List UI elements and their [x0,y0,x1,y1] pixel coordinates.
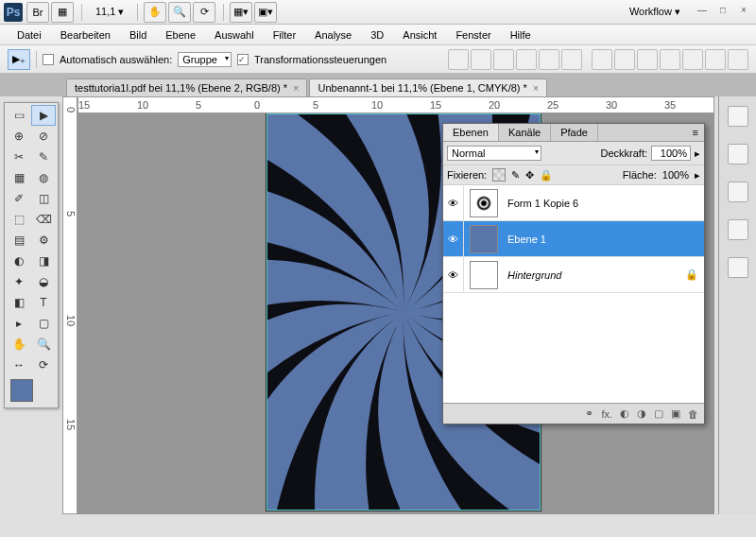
tool-4[interactable]: ✂ [7,147,31,167]
layer-fx-icon[interactable]: fx. [601,408,612,420]
document-tab[interactable]: testtutoria1l.pdf bei 11,1% (Ebene 2, RG… [66,78,307,96]
autoselect-dropdown[interactable]: Gruppe [178,52,232,67]
tool-17[interactable]: ◒ [31,271,56,292]
tool-14[interactable]: ◐ [7,251,31,271]
lock-transparency[interactable] [492,168,506,182]
lock-position[interactable]: ✥ [525,169,534,182]
tool-9[interactable]: ◫ [31,188,56,209]
tool-19[interactable]: T [31,292,56,313]
layer-row[interactable]: 👁Form 1 Kopie 6 [443,185,704,221]
distribute-3[interactable] [637,49,658,70]
dock-history-icon[interactable] [728,257,748,278]
align-top[interactable] [448,49,469,70]
tool-7[interactable]: ◍ [31,167,56,188]
tab-pfade[interactable]: Pfade [551,124,598,141]
opacity-slider-icon[interactable]: ▸ [695,147,700,160]
window-close[interactable]: × [735,5,752,20]
tool-5[interactable]: ✎ [31,147,56,167]
dock-colors-icon[interactable] [728,106,748,127]
layer-thumbnail[interactable] [470,225,498,253]
tab-close-icon[interactable]: × [533,82,539,94]
tool-10[interactable]: ⬚ [7,209,31,230]
tool-2[interactable]: ⊕ [7,126,31,147]
tool-1[interactable]: ▶ [31,105,56,126]
hand-tool-title[interactable]: ✋ [144,2,166,23]
distribute-5[interactable] [682,49,703,70]
align-bottom[interactable] [493,49,514,70]
tool-15[interactable]: ◨ [31,251,56,271]
move-tool-indicator[interactable]: ▶₊ [8,49,30,70]
adj-layer-icon[interactable]: ◑ [637,407,646,420]
ruler-vertical[interactable]: 051015 [62,96,77,514]
layer-name[interactable]: Form 1 Kopie 6 [504,198,685,209]
menu-datei[interactable]: Datei [8,26,51,43]
tool-3[interactable]: ⊘ [31,126,56,147]
menu-3d[interactable]: 3D [361,26,393,43]
document-tab[interactable]: Unbenannt-1 bei 11,1% (Ebene 1, CMYK/8) … [309,78,547,96]
tool-23[interactable]: 🔍 [31,334,56,355]
tool-21[interactable]: ▢ [31,313,56,334]
layer-thumbnail[interactable] [470,261,498,289]
ruler-horizontal[interactable]: 1510505101520253035 [77,96,714,113]
layer-mask-icon[interactable]: ◐ [620,407,629,420]
menu-filter[interactable]: Filter [264,26,305,43]
tool-0[interactable]: ▭ [7,105,31,126]
tool-8[interactable]: ✐ [7,188,31,209]
menu-ansicht[interactable]: Ansicht [393,26,446,43]
zoom-tool-title[interactable]: 🔍 [168,2,191,23]
align-left[interactable] [516,49,537,70]
tool-11[interactable]: ⌫ [31,209,56,230]
transform-checkbox[interactable] [237,54,249,65]
auto-align[interactable] [728,49,748,70]
layer-name[interactable]: Ebene 1 [504,234,685,245]
tab-close-icon[interactable]: × [293,82,299,94]
tool-18[interactable]: ◧ [7,292,31,313]
dock-styles-icon[interactable] [728,182,748,202]
tool-20[interactable]: ▸ [7,313,31,334]
layer-visibility-icon[interactable]: 👁 [443,257,464,292]
screenmode-button[interactable]: ▣▾ [254,2,277,23]
lock-pixels[interactable]: ✎ [511,169,520,182]
tool-13[interactable]: ⚙ [31,230,56,251]
tool-24[interactable]: ↔ [7,355,31,375]
arrange-button[interactable]: ▦▾ [230,2,252,23]
menu-bearbeiten[interactable]: Bearbeiten [51,26,120,43]
tool-25[interactable]: ⟳ [31,355,56,375]
tab-ebenen[interactable]: Ebenen [443,124,499,141]
menu-hilfe[interactable]: Hilfe [501,26,541,43]
layer-visibility-icon[interactable]: 👁 [443,185,464,220]
distribute-2[interactable] [614,49,635,70]
tool-12[interactable]: ▤ [7,230,31,251]
foreground-swatch[interactable] [10,379,33,402]
tab-kanaele[interactable]: Kanäle [499,124,551,141]
bridge-button[interactable]: Br [26,2,49,23]
layer-row[interactable]: 👁Ebene 1 [443,221,704,257]
delete-layer-icon[interactable]: 🗑 [688,408,698,420]
window-minimize[interactable]: — [694,5,711,20]
panel-menu-icon[interactable]: ≡ [687,124,704,141]
minibridge-button[interactable]: ▦ [51,2,74,23]
distribute-1[interactable] [592,49,612,70]
link-layers-icon[interactable]: ⚭ [585,407,593,420]
lock-all[interactable]: 🔒 [540,169,553,182]
layer-name[interactable]: Hintergrund [504,269,685,281]
tool-22[interactable]: ✋ [7,334,31,355]
menu-analyse[interactable]: Analyse [305,26,361,43]
tool-6[interactable]: ▦ [7,167,31,188]
align-right[interactable] [561,49,582,70]
title-zoom[interactable]: 11,1 ▾ [95,6,124,18]
new-layer-icon[interactable]: ▣ [671,407,680,420]
tool-16[interactable]: ✦ [7,271,31,292]
rotate-view-title[interactable]: ⟳ [193,2,215,23]
dock-swatches-icon[interactable] [728,144,748,165]
distribute-4[interactable] [660,49,680,70]
workspace-switcher[interactable]: Workflow ▾ [620,4,690,20]
menu-auswahl[interactable]: Auswahl [205,26,264,43]
group-icon[interactable]: ▢ [654,407,663,420]
layer-row[interactable]: 👁Hintergrund🔒 [443,257,704,293]
dock-adjustments-icon[interactable] [728,219,748,240]
layer-thumbnail[interactable] [470,189,498,217]
distribute-6[interactable] [705,49,726,70]
layer-lock-icon[interactable]: 🔒 [685,268,704,281]
menu-fenster[interactable]: Fenster [446,26,500,43]
